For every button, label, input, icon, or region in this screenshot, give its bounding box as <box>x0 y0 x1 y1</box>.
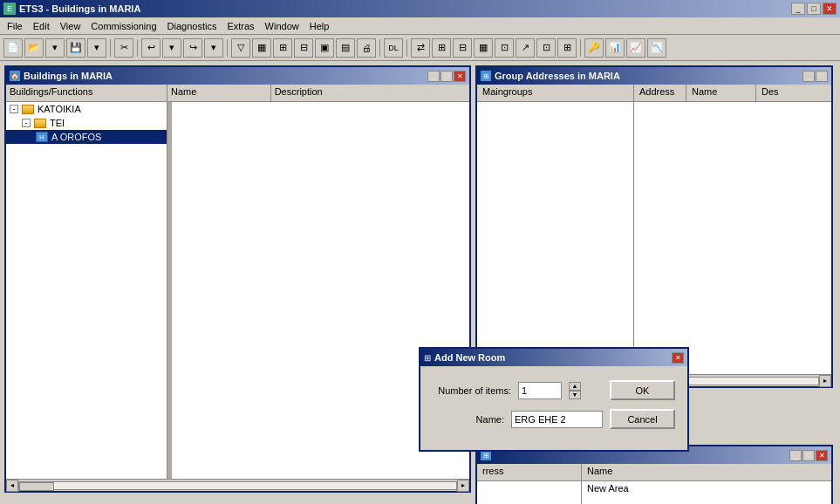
group-maximize[interactable]: □ <box>816 71 828 82</box>
buildings-maximize[interactable]: □ <box>440 71 453 82</box>
maingroups-tree[interactable] <box>477 102 634 374</box>
col-description: Description <box>271 85 469 101</box>
toolbar-open[interactable]: 📂 <box>24 38 44 58</box>
bottom-row-newarea: New Area <box>587 483 826 494</box>
toolbar-cut[interactable]: ✂ <box>114 38 133 58</box>
toolbar-b17[interactable]: 📉 <box>647 38 666 58</box>
bottom-minimize[interactable]: _ <box>789 450 802 461</box>
toolbar-b12[interactable]: ⊡ <box>536 38 556 58</box>
toolbar-new[interactable]: 📄 <box>3 38 23 58</box>
menu-window[interactable]: Window <box>260 19 304 33</box>
toolbar-filter[interactable]: ▽ <box>231 38 250 58</box>
cancel-button[interactable]: Cancel <box>610 409 675 429</box>
toolbar-b13[interactable]: ⊞ <box>557 38 577 58</box>
group-panel: ⊞ Group Addresses in MARIA _ □ Maingroup… <box>475 65 833 388</box>
scroll-thumb[interactable] <box>19 482 54 491</box>
scroll-track[interactable] <box>18 481 457 490</box>
tree-item-tei[interactable]: - TEI <box>6 116 167 130</box>
col-name: Name <box>167 85 271 101</box>
buildings-close[interactable]: ✕ <box>454 71 466 82</box>
toolbar-print[interactable]: 🖨 <box>357 38 376 58</box>
toolbar-b4[interactable]: ▣ <box>315 38 334 58</box>
toolbar-redo-dropdown[interactable]: ▾ <box>204 38 223 58</box>
spin-up[interactable]: ▲ <box>569 382 581 391</box>
toolbar-b10[interactable]: ⊡ <box>495 38 514 58</box>
group-columns: Maingroups Address Name Des <box>477 85 831 102</box>
toolbar-b1[interactable]: ▦ <box>252 38 271 58</box>
scroll-left-btn[interactable]: ◂ <box>6 480 18 492</box>
menu-commissioning[interactable]: Commissioning <box>85 19 161 33</box>
dialog-close-btn[interactable]: ✕ <box>672 352 684 364</box>
menu-help[interactable]: Help <box>304 19 335 33</box>
toolbar-b16[interactable]: 📈 <box>626 38 645 58</box>
tree-item-katoikia[interactable]: - KATOIKIA <box>6 102 167 116</box>
toolbar-b5[interactable]: ▤ <box>336 38 355 58</box>
menu-extras[interactable]: Extras <box>222 19 259 33</box>
app-title-bar: E ETS3 - Buildings in MARIA _ □ ✕ <box>0 0 840 17</box>
buildings-panel-body: - KATOIKIA - TEI H A OROFOS <box>6 102 469 479</box>
toolbar-dropdown[interactable]: ▾ <box>45 38 65 58</box>
close-button[interactable]: ✕ <box>823 3 837 15</box>
sep4 <box>379 39 380 57</box>
tree-item-aorofos[interactable]: H A OROFOS <box>6 130 167 144</box>
menu-view[interactable]: View <box>55 19 86 33</box>
scroll-right-btn[interactable]: ▸ <box>457 480 469 492</box>
title-bar-controls: _ □ ✕ <box>791 3 837 15</box>
bottom-columns: rress Name <box>477 464 831 481</box>
dialog-icon: ⊞ <box>424 353 431 363</box>
items-spinner[interactable]: ▲ ▼ <box>569 382 581 399</box>
group-panel-title: Group Addresses in MARIA <box>495 71 620 81</box>
toolbar-dl[interactable]: DL <box>384 38 403 58</box>
col-buildings-functions: Buildings/Functions <box>6 85 167 101</box>
ok-button[interactable]: OK <box>610 380 675 400</box>
toolbar-b8[interactable]: ⊟ <box>453 38 472 58</box>
buildings-panel-controls: _ □ ✕ <box>427 71 466 82</box>
bottom-name-col: New Area <box>582 481 831 504</box>
dialog-title: Add New Room <box>434 352 505 363</box>
tree-toggle-katoikia[interactable]: - <box>10 105 18 113</box>
toolbar-b7[interactable]: ⊞ <box>432 38 451 58</box>
main-area: 🏠 Buildings in MARIA _ □ ✕ Buildings/Fun… <box>0 61 840 504</box>
toolbar-b11[interactable]: ↗ <box>516 38 535 58</box>
toolbar-save-dropdown[interactable]: ▾ <box>87 38 106 58</box>
toolbar-b15[interactable]: 📊 <box>605 38 625 58</box>
toolbar-b14[interactable]: 🔑 <box>584 38 604 58</box>
sep6 <box>580 39 581 57</box>
toolbar-b9[interactable]: ▦ <box>474 38 493 58</box>
toolbar-redo[interactable]: ↪ <box>183 38 202 58</box>
tree-toggle-tei[interactable]: - <box>22 119 31 127</box>
group-scroll-right[interactable]: ▸ <box>819 375 831 387</box>
spin-down[interactable]: ▼ <box>569 391 581 399</box>
toolbar-b2[interactable]: ⊞ <box>273 38 292 58</box>
sep5 <box>406 39 407 57</box>
add-new-room-dialog: ⊞ Add New Room ✕ Number of items: ▲ ▼ OK <box>419 347 689 452</box>
maximize-button[interactable]: □ <box>807 3 821 15</box>
bottom-maximize[interactable]: □ <box>802 450 815 461</box>
dialog-name-row: Name: Cancel <box>433 409 675 429</box>
buildings-scrollbar[interactable]: ◂ ▸ <box>6 479 469 491</box>
dialog-items-input[interactable] <box>518 382 562 399</box>
menu-edit[interactable]: Edit <box>28 19 55 33</box>
toolbar-undo[interactable]: ↩ <box>141 38 160 58</box>
bottom-close[interactable]: ✕ <box>816 450 828 461</box>
toolbar-save[interactable]: 💾 <box>66 38 85 58</box>
toolbar-b3[interactable]: ⊟ <box>294 38 313 58</box>
toolbar-undo-dropdown[interactable]: ▾ <box>162 38 181 58</box>
bottom-body: New Area <box>477 481 831 504</box>
group-minimize[interactable]: _ <box>802 71 815 82</box>
dialog-body: Number of items: ▲ ▼ OK Name: Cancel <box>420 366 687 450</box>
dialog-items-row: Number of items: ▲ ▼ OK <box>433 380 675 400</box>
buildings-columns: Buildings/Functions Name Description <box>6 85 469 102</box>
buildings-minimize[interactable]: _ <box>427 71 440 82</box>
group-panel-icon: ⊞ <box>481 71 491 81</box>
toolbar-b6[interactable]: ⇄ <box>411 38 430 58</box>
dialog-name-input[interactable] <box>511 411 603 428</box>
bottom-rress-col <box>477 481 582 504</box>
menu-file[interactable]: File <box>2 19 28 33</box>
minimize-button[interactable]: _ <box>791 3 805 15</box>
col-rress: rress <box>477 464 582 480</box>
sep3 <box>227 39 228 57</box>
tree-panel[interactable]: - KATOIKIA - TEI H A OROFOS <box>6 102 167 479</box>
room-icon-aorofos: H <box>36 132 48 142</box>
menu-diagnostics[interactable]: Diagnostics <box>162 19 222 33</box>
